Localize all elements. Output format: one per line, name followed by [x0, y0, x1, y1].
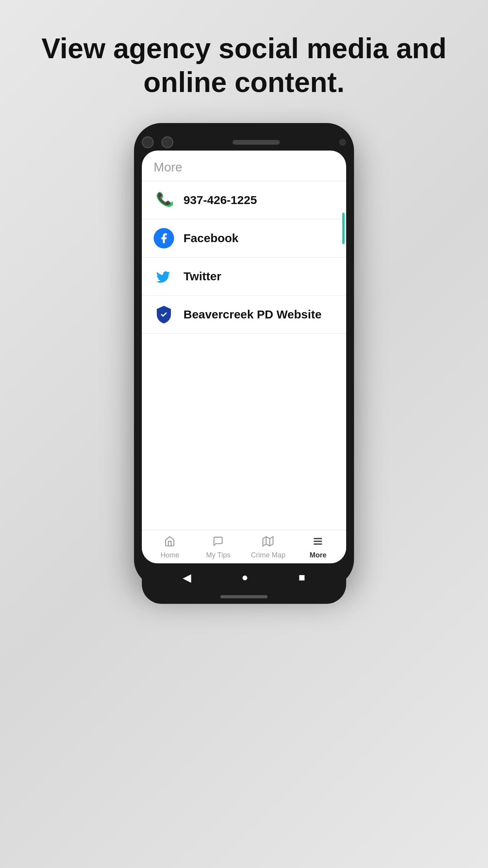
nav-crimemap-label: Crime Map [251, 551, 285, 559]
android-home-button[interactable]: ● [242, 571, 248, 584]
list-item-website[interactable]: Beavercreek PD Website [142, 296, 346, 334]
twitter-icon [154, 266, 174, 287]
mytips-icon [213, 536, 224, 550]
nav-item-home[interactable]: Home [154, 536, 185, 559]
nav-item-crimemap[interactable]: Crime Map [251, 536, 285, 559]
svg-marker-3 [263, 537, 273, 546]
page-title: View agency social media and online cont… [31, 31, 457, 99]
home-icon [164, 536, 175, 550]
android-nav: ◀ ● ■ [142, 563, 346, 592]
bottom-nav: Home My Tips Crime Map [142, 530, 346, 563]
more-icon [312, 536, 323, 550]
front-camera-left [142, 136, 154, 148]
phone-speaker [233, 140, 280, 145]
sensor-dot [339, 139, 346, 146]
nav-mytips-label: My Tips [206, 551, 230, 559]
nav-item-more[interactable]: More [302, 536, 334, 559]
app-header: More [142, 151, 346, 181]
list-item-facebook[interactable]: Facebook [142, 219, 346, 257]
page-header: View agency social media and online cont… [0, 31, 488, 99]
facebook-icon [154, 228, 174, 248]
nav-item-mytips[interactable]: My Tips [202, 536, 234, 559]
phone-icon: 📞 [154, 190, 174, 210]
phone-screen: More 📞 937-426-1225 [142, 151, 346, 563]
phone-frame: More 📞 937-426-1225 [134, 123, 354, 587]
list-item-twitter[interactable]: Twitter [142, 257, 346, 296]
facebook-label: Facebook [183, 232, 238, 245]
scrollbar[interactable] [342, 213, 345, 244]
android-back-button[interactable]: ◀ [183, 571, 191, 584]
shield-icon [154, 304, 174, 325]
crimemap-icon [262, 536, 273, 550]
twitter-label: Twitter [183, 270, 221, 283]
app-list: 📞 937-426-1225 Facebook [142, 181, 346, 530]
nav-home-label: Home [160, 551, 179, 559]
android-recent-button[interactable]: ■ [299, 571, 305, 584]
phone-number: 937-426-1225 [183, 193, 257, 207]
screen-title: More [154, 160, 182, 174]
android-bottom: ◀ ● ■ [142, 563, 346, 604]
gesture-bar [220, 595, 268, 598]
list-item-phone[interactable]: 📞 937-426-1225 [142, 181, 346, 219]
website-label: Beavercreek PD Website [183, 308, 321, 321]
svg-text:📞: 📞 [157, 192, 172, 206]
front-camera-right [161, 136, 173, 148]
phone-top-row [142, 131, 346, 151]
nav-more-label: More [310, 551, 327, 559]
